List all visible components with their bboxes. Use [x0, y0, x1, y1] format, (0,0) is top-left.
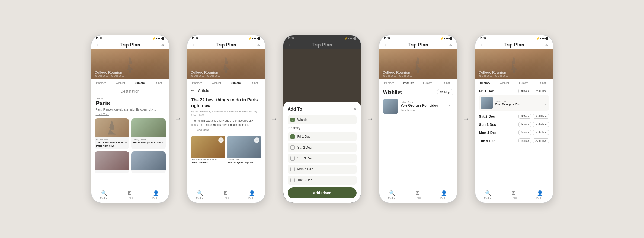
- content-5: Fri 1 Dec 🗺 Map Add Place Urban Park Voi…: [475, 86, 553, 188]
- itin-place-img-1: [481, 97, 493, 109]
- tab-wishlist-2[interactable]: Wishlist: [207, 79, 226, 86]
- tab-wishlist-1[interactable]: Wishlist: [111, 79, 130, 86]
- tabs-1: Itinerary Wishlist Explore Chat: [91, 79, 169, 86]
- tab-itinerary-1[interactable]: Itinerary: [91, 79, 111, 86]
- edit-button-4[interactable]: ✏: [449, 43, 453, 47]
- list-item: + Cocktail Bar & Restaurant Casa Eminent…: [191, 136, 225, 165]
- back-button-5[interactable]: ←: [480, 42, 485, 48]
- status-bar-2: 13:19 ⚡ ●●●● ▊: [187, 35, 265, 41]
- arrow-3: →: [366, 115, 374, 123]
- map-btn-sat[interactable]: 🗺 Map: [518, 114, 531, 119]
- tab-explore-2[interactable]: Explore: [226, 79, 246, 86]
- destination-desc: Paris, France's capital, is a major Euro…: [91, 108, 169, 113]
- eiffel-tower-2: [187, 49, 265, 79]
- tab-wishlist-5[interactable]: Wishlist: [495, 79, 514, 86]
- tab-itinerary-2[interactable]: Itinerary: [187, 79, 207, 86]
- day-checkbox-4[interactable]: [290, 167, 295, 171]
- article-back-btn[interactable]: ←: [191, 88, 195, 93]
- nav-trips-label-2: Trips: [223, 196, 229, 199]
- map-btn-sun[interactable]: 🗺 Map: [518, 122, 531, 127]
- add-place-sat[interactable]: Add Place: [533, 114, 549, 119]
- tab-chat-1[interactable]: Chat: [149, 79, 169, 86]
- add-place-tue[interactable]: Add Place: [533, 138, 549, 143]
- wishlist-place-category-1: Urban Park: [401, 101, 449, 104]
- add-place-mon[interactable]: Add Place: [533, 130, 549, 135]
- nav-profile-1[interactable]: 👤 Profile: [143, 190, 169, 199]
- day-label-sat: Sat 2 Dec: [479, 114, 495, 118]
- day-option-4[interactable]: Mon 4 Dec: [288, 165, 357, 174]
- tab-explore-4[interactable]: Explore: [418, 79, 438, 86]
- nav-profile-label-5: Profile: [536, 197, 543, 199]
- add-place-sun[interactable]: Add Place: [533, 122, 549, 127]
- nav-trips-4[interactable]: 🗓 Trips: [405, 190, 431, 199]
- day-label-fri: Fri 1 Dec: [479, 89, 494, 93]
- list-item[interactable]: [95, 151, 129, 173]
- itinerary-day-4: Mon 4 Dec 🗺 Map Add Place: [479, 130, 549, 135]
- tab-chat-5[interactable]: Chat: [533, 79, 553, 86]
- day-label-4: Mon 4 Dec: [297, 167, 313, 171]
- day-option-5[interactable]: Tue 5 Dec: [288, 176, 357, 185]
- nav-profile-4[interactable]: 👤 Profile: [431, 190, 457, 199]
- wishlist-place-user-1: Jane Foster: [401, 109, 449, 112]
- nav-explore-1[interactable]: 🔍 Explore: [91, 190, 117, 199]
- map-button-4[interactable]: 🗺 Map: [437, 89, 453, 95]
- day-label-5: Tue 5 Dec: [297, 178, 312, 182]
- day-checkbox-1[interactable]: ✓: [290, 134, 295, 139]
- wishlist-option[interactable]: ✓ Wishlist: [288, 115, 357, 124]
- modal-close-btn[interactable]: ×: [354, 106, 357, 112]
- header-5: ← Trip Plan ✏: [475, 41, 553, 49]
- tab-itinerary-4[interactable]: Itinerary: [379, 79, 399, 86]
- list-item[interactable]: [131, 151, 166, 173]
- nav-profile-label-1: Profile: [152, 197, 159, 199]
- tab-wishlist-4[interactable]: Wishlist: [399, 79, 418, 86]
- nav-profile-2[interactable]: 👤 Profile: [239, 190, 265, 199]
- map-btn-tue[interactable]: 🗺 Map: [518, 138, 531, 143]
- day-label-tue: Tue 5 Dec: [479, 139, 495, 143]
- tab-explore-5[interactable]: Explore: [514, 79, 534, 86]
- screen-5-phone: 13:19 ⚡ ●●●● ▊ ← Trip Plan ✏ Co: [475, 35, 553, 203]
- read-more-2[interactable]: Read More: [191, 129, 261, 134]
- read-more-1[interactable]: Read More: [91, 113, 169, 118]
- day-option-1[interactable]: ✓ Fri 1 Dec: [288, 132, 357, 141]
- edit-button-1[interactable]: ✏: [161, 43, 165, 47]
- list-item[interactable]: CN Traveler The 22 best things to do in …: [95, 118, 129, 149]
- day-option-3[interactable]: Sun 3 Dec: [288, 154, 357, 163]
- content-4: Wishlist 🗺 Map Urban Park Voie Georges P…: [379, 86, 457, 188]
- add-place-button[interactable]: Add Place: [288, 187, 357, 198]
- add-to-itinerary-btn-1[interactable]: +: [218, 137, 224, 143]
- nav-explore-4[interactable]: 🔍 Explore: [379, 190, 405, 199]
- tab-explore-1[interactable]: Explore: [130, 79, 150, 86]
- wishlist-checkbox[interactable]: ✓: [290, 118, 295, 122]
- nav-trips-1[interactable]: 🗓 Trips: [117, 190, 143, 199]
- day-checkbox-2[interactable]: [290, 145, 295, 150]
- status-icons-1: ⚡ ●●●● ▊: [152, 37, 165, 40]
- nav-trips-5[interactable]: 🗓 Trips: [501, 190, 527, 199]
- edit-button-2[interactable]: ✏: [257, 43, 261, 47]
- article-body-content: The 22 best things to do in Paris right …: [187, 95, 265, 167]
- delete-wishlist-item-1[interactable]: 🗑: [449, 104, 453, 109]
- back-button-1[interactable]: ←: [96, 42, 101, 48]
- day-checkbox-5[interactable]: [290, 178, 295, 182]
- tab-chat-4[interactable]: Chat: [437, 79, 457, 86]
- edit-button-5[interactable]: ✏: [545, 43, 549, 47]
- nav-profile-5[interactable]: 👤 Profile: [527, 190, 553, 199]
- article-photos: + Cocktail Bar & Restaurant Casa Eminent…: [191, 136, 261, 165]
- add-place-fri[interactable]: Add Place: [533, 89, 549, 93]
- back-button-2[interactable]: ←: [192, 42, 197, 48]
- back-button-4[interactable]: ←: [384, 42, 389, 48]
- nav-trips-2[interactable]: 🗓 Trips: [213, 190, 239, 199]
- drag-handle-1[interactable]: ⋮⋮: [540, 101, 547, 105]
- day-option-2[interactable]: Sat 2 Dec: [288, 143, 357, 152]
- map-btn-fri[interactable]: 🗺 Map: [518, 89, 531, 93]
- add-to-itinerary-btn-2[interactable]: +: [254, 137, 259, 143]
- day-checkbox-3[interactable]: [290, 156, 295, 161]
- nav-explore-2[interactable]: 🔍 Explore: [187, 190, 213, 199]
- tab-chat-2[interactable]: Chat: [245, 79, 265, 86]
- list-item[interactable]: Lonely Planet The 10 best parks in Paris: [131, 118, 166, 149]
- nav-explore-5[interactable]: 🔍 Explore: [475, 190, 501, 199]
- tab-itinerary-5[interactable]: Itinerary: [475, 79, 495, 86]
- photo-img-1: +: [191, 136, 225, 158]
- map-btn-mon[interactable]: 🗺 Map: [518, 130, 531, 135]
- screens-container: 13:18 ⚡ ●●●● ▊ ← Trip Plan ✏ Co: [91, 35, 553, 203]
- article-img-1: [95, 118, 129, 137]
